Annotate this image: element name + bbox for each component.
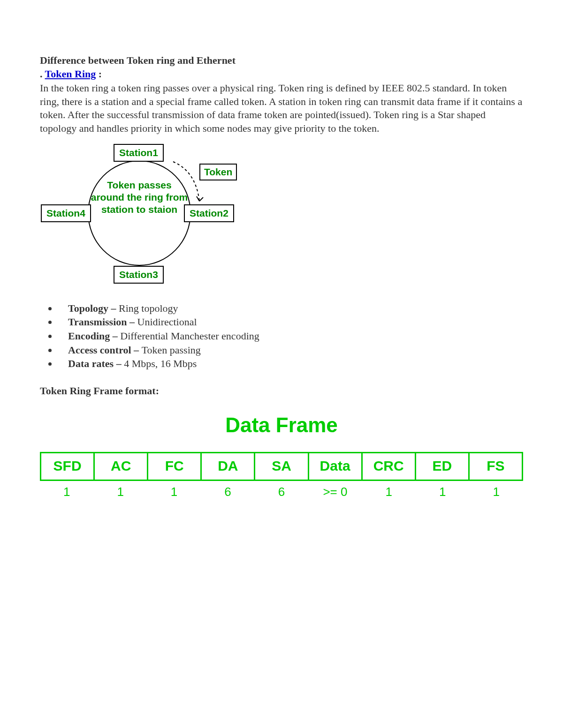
station4-box: Station4 (41, 204, 91, 222)
station1-box: Station1 (114, 144, 164, 162)
frame-field-cell: FC (148, 452, 202, 481)
frame-field-cell: FS (470, 452, 523, 481)
page-title: Difference between Token ring and Ethern… (40, 54, 523, 68)
list-item: Data rates – 4 Mbps, 16 Mbps (58, 357, 523, 371)
bullet-value: Unidirectional (137, 316, 197, 328)
list-item: Encoding – Differential Manchester encod… (58, 329, 523, 343)
data-frame-fields-row: SFD AC FC DA SA Data CRC ED FS (40, 452, 523, 481)
station2-box: Station2 (184, 204, 234, 222)
frame-size-cell: 1 (470, 485, 523, 499)
bullet-label: Transmission – (68, 316, 137, 328)
token-label-box: Token (199, 164, 237, 180)
station3-box: Station3 (114, 266, 164, 284)
frame-size-cell: 6 (201, 485, 254, 499)
frame-field-cell: CRC (363, 452, 416, 481)
frame-format-heading: Token Ring Frame format: (40, 385, 523, 397)
bullet-label: Topology – (68, 302, 119, 314)
frame-size-cell: 1 (40, 485, 93, 499)
frame-size-cell: 1 (93, 485, 147, 499)
frame-size-cell: 6 (255, 485, 308, 499)
frame-field-cell: Data (309, 452, 363, 481)
frame-field-cell: DA (202, 452, 255, 481)
token-ring-link[interactable]: Token Ring (45, 68, 96, 80)
ring-center-text: Token passes around the ring from statio… (90, 179, 189, 216)
token-ring-properties-list: Topology – Ring topology Transmission – … (40, 301, 523, 371)
frame-field-cell: ED (416, 452, 470, 481)
frame-size-cell: 1 (147, 485, 201, 499)
token-ring-heading-line: . Token Ring : (40, 68, 523, 81)
frame-field-cell: SA (255, 452, 309, 481)
dot-prefix: . (40, 68, 45, 80)
colon-suffix: : (96, 68, 102, 80)
data-frame-title: Data Frame (40, 413, 523, 437)
frame-size-cell: 1 (416, 485, 469, 499)
bullet-value: Ring topology (119, 302, 178, 314)
frame-field-cell: AC (95, 452, 148, 481)
frame-size-cell: >= 0 (308, 485, 362, 499)
token-ring-diagram: Token passes around the ring from statio… (41, 144, 238, 294)
frame-field-cell: SFD (41, 452, 95, 481)
document-page: Difference between Token ring and Ethern… (0, 0, 563, 728)
bullet-label: Data rates – (68, 358, 124, 369)
bullet-label: Encoding – (68, 330, 120, 342)
frame-size-cell: 1 (362, 485, 416, 499)
bullet-value: 4 Mbps, 16 Mbps (124, 358, 197, 369)
data-frame-sizes-row: 1 1 1 6 6 >= 0 1 1 1 (40, 485, 523, 499)
bullet-value: Differential Manchester encoding (120, 330, 259, 342)
list-item: Access control – Token passing (58, 343, 523, 357)
list-item: Topology – Ring topology (58, 301, 523, 315)
bullet-label: Access control – (68, 344, 142, 356)
data-frame-diagram: Data Frame SFD AC FC DA SA Data CRC ED F… (40, 413, 523, 499)
list-item: Transmission – Unidirectional (58, 315, 523, 329)
bullet-value: Token passing (142, 344, 201, 356)
intro-paragraph: In the token ring a token ring passes ov… (40, 82, 523, 135)
